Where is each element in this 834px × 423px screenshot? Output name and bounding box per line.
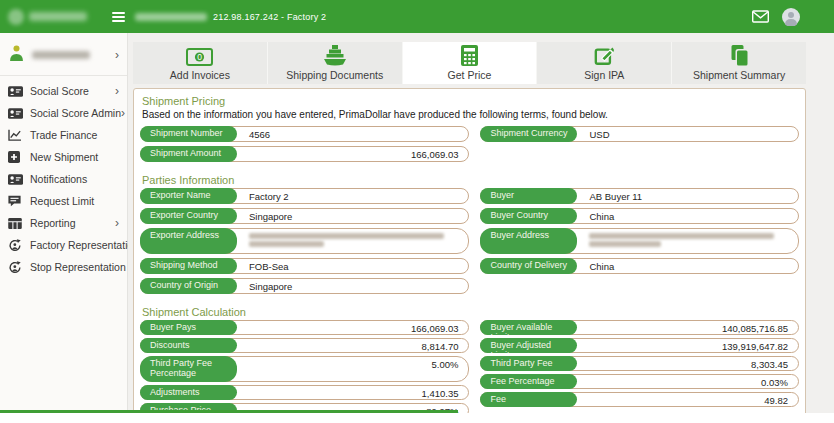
field-label-pill: Third Party Fee bbox=[480, 356, 577, 371]
field-buyer-available-limit: Buyer Available Limit140,085,716.85 bbox=[480, 320, 799, 335]
sidebar-item-label: Notifications bbox=[30, 173, 87, 185]
topbar-actions bbox=[752, 8, 834, 26]
calculator-icon bbox=[461, 45, 478, 66]
field-label-pill: Buyer Pays bbox=[140, 320, 237, 335]
sidebar-item-label: Social Score bbox=[30, 85, 89, 97]
field-shipment-currency: Shipment CurrencyUSD bbox=[480, 126, 799, 142]
field-label-pill: Third Party Fee Percentage bbox=[140, 356, 237, 382]
app-logo bbox=[0, 9, 104, 25]
server-factory-label: 212.98.167.242 - Factory 2 bbox=[213, 12, 326, 22]
field-discounts: Discounts8,814.70 bbox=[140, 338, 469, 353]
field-value: China bbox=[577, 209, 798, 223]
user-avatar[interactable] bbox=[782, 8, 800, 26]
sidebar-item-social-score[interactable]: Social Score › bbox=[0, 80, 127, 102]
sidebar-item-label: Reporting bbox=[30, 217, 76, 229]
field-value: 49.82 bbox=[577, 393, 798, 406]
field-label-pill: Shipment Amount bbox=[140, 146, 237, 162]
parties-left-column: Exporter NameFactory 2Exporter CountrySi… bbox=[140, 188, 469, 298]
field-label-pill: Country of Origin bbox=[140, 278, 237, 294]
field-label-pill: Buyer Available Limit bbox=[480, 320, 577, 335]
banknote-icon: 0 bbox=[186, 45, 213, 66]
tab-shipment-summary[interactable]: Shipment Summary bbox=[671, 42, 806, 84]
field-label-pill: Shipment Currency bbox=[480, 126, 577, 142]
field-label-pill: Discounts bbox=[140, 338, 237, 353]
svg-text:0: 0 bbox=[198, 52, 203, 62]
app-window: 212.98.167.242 - Factory 2 › Social Scor… bbox=[0, 0, 834, 423]
tab-get-price[interactable]: Get Price bbox=[402, 42, 537, 84]
hamburger-menu-icon[interactable] bbox=[112, 12, 125, 22]
sidebar-item-stop-representation[interactable]: Stop Representation bbox=[0, 256, 127, 278]
table-icon bbox=[8, 218, 25, 229]
field-value: 0.03% bbox=[577, 375, 798, 388]
plus-square-icon bbox=[8, 151, 25, 163]
sidebar-item-social-score-admin[interactable]: Social Score Admin › bbox=[0, 102, 127, 124]
sidebar-item-reporting[interactable]: Reporting › bbox=[0, 212, 127, 234]
mail-icon[interactable] bbox=[752, 10, 769, 23]
field-third-party-fee-percentage: Third Party Fee Percentage5.00% bbox=[140, 356, 469, 382]
sidebar-item-label: Request Limit bbox=[30, 195, 94, 207]
field-buyer-adjusted-limit: Buyer Adjusted Limit139,919,647.82 bbox=[480, 338, 799, 353]
chevron-right-icon: › bbox=[115, 218, 119, 228]
ship-icon bbox=[322, 45, 348, 66]
field-value: 5.00% bbox=[237, 357, 468, 381]
field-value: Singapore bbox=[237, 279, 468, 293]
sidebar-item-notifications[interactable]: Notifications bbox=[0, 168, 127, 190]
field-exporter-address: Exporter Address bbox=[140, 228, 469, 254]
sidebar-item-factory-representation[interactable]: Factory Representation bbox=[0, 234, 127, 256]
tab-label: Add Invoices bbox=[170, 69, 230, 81]
sidebar-divider bbox=[0, 75, 127, 76]
clipboard-icon bbox=[730, 45, 749, 66]
field-shipping-method: Shipping MethodFOB-Sea bbox=[140, 258, 469, 274]
section-title: Shipment Pricing bbox=[142, 95, 799, 107]
field-fee: Fee49.82 bbox=[480, 392, 799, 407]
field-label-pill: Exporter Country bbox=[140, 208, 237, 224]
tab-shipping-documents[interactable]: Shipping Documents bbox=[267, 42, 402, 84]
field-label-pill: Shipping Method bbox=[140, 258, 237, 274]
sidebar-item-new-shipment[interactable]: New Shipment bbox=[0, 146, 127, 168]
field-shipment-number: Shipment Number4566 bbox=[140, 126, 469, 142]
field-value: 139,919,647.82 bbox=[577, 339, 798, 352]
sidebar-item-label: Stop Representation bbox=[30, 261, 126, 273]
logo-icon bbox=[8, 9, 24, 25]
field-third-party-fee: Third Party Fee8,303.45 bbox=[480, 356, 799, 371]
field-exporter-country: Exporter CountrySingapore bbox=[140, 208, 469, 224]
field-label-pill: Buyer Country bbox=[480, 208, 577, 224]
tab-label: Shipment Summary bbox=[693, 69, 785, 81]
id-card-icon bbox=[8, 174, 25, 185]
field-value: 140,085,716.85 bbox=[577, 321, 798, 334]
section-description: Based on the information you have entere… bbox=[142, 109, 799, 120]
wizard-tabs: 0 Add Invoices Shipping Documents Get Pr… bbox=[133, 42, 806, 84]
redacted-user-name bbox=[32, 51, 90, 59]
field-label-pill: Buyer bbox=[480, 188, 577, 204]
field-value: 4566 bbox=[237, 127, 468, 141]
refresh-person-icon bbox=[8, 239, 25, 252]
field-value: 1,410.35 bbox=[237, 386, 468, 399]
pricing-left-column: Shipment Number4566Shipment Amount166,06… bbox=[140, 126, 469, 166]
tab-label: Get Price bbox=[448, 69, 492, 81]
cut-off-green-bar bbox=[0, 410, 458, 413]
field-buyer-pays: Buyer Pays166,069.03 bbox=[140, 320, 469, 335]
tab-label: Shipping Documents bbox=[286, 69, 383, 81]
tab-add-invoices[interactable]: 0 Add Invoices bbox=[133, 42, 267, 84]
field-label-pill: Country of Delivery bbox=[480, 258, 577, 274]
sidebar-item-trade-finance[interactable]: Trade Finance bbox=[0, 124, 127, 146]
field-value: USD bbox=[577, 127, 798, 141]
sidebar-item-label: Social Score Admin bbox=[30, 107, 121, 119]
field-label-pill: Adjustments bbox=[140, 385, 237, 400]
field-value: 8,814.70 bbox=[237, 339, 468, 352]
sidebar-item-label: New Shipment bbox=[30, 151, 98, 163]
field-value: AB Buyer 11 bbox=[577, 189, 798, 203]
tab-sign-ipa[interactable]: Sign IPA bbox=[536, 42, 671, 84]
id-card-icon bbox=[8, 86, 25, 97]
redacted-field-value bbox=[237, 229, 468, 253]
sidebar-item-label: Trade Finance bbox=[30, 129, 97, 141]
field-label-pill: Buyer Address bbox=[480, 228, 577, 254]
sidebar-item-request-limit[interactable]: Request Limit bbox=[0, 190, 127, 212]
field-label-pill: Shipment Number bbox=[140, 126, 237, 142]
field-value: China bbox=[577, 259, 798, 273]
field-label-pill: Fee Percentage bbox=[480, 374, 577, 389]
sidebar-item-label: Factory Representation bbox=[30, 239, 139, 251]
field-fee-percentage: Fee Percentage0.03% bbox=[480, 374, 799, 389]
sidebar-user-item[interactable]: › bbox=[0, 33, 127, 74]
pricing-right-column: Shipment CurrencyUSD bbox=[480, 126, 799, 166]
